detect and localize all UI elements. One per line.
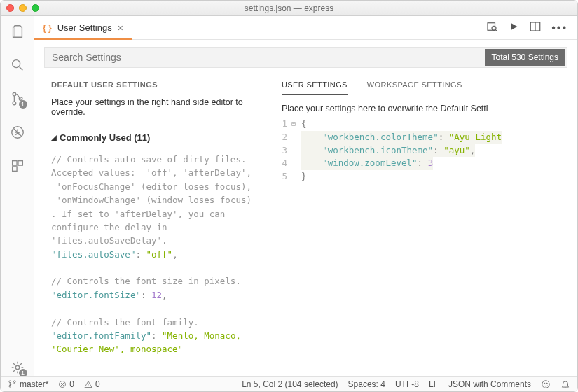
svg-point-0 [12, 60, 20, 68]
tab-label: User Settings [57, 22, 112, 33]
editor-tabs: { } User Settings × ••• [34, 16, 577, 40]
encoding[interactable]: UTF-8 [395, 379, 419, 389]
svg-point-1 [13, 92, 16, 96]
svg-point-18 [546, 383, 547, 384]
default-settings-heading: DEFAULT USER SETTINGS [51, 80, 266, 89]
search-icon[interactable] [9, 57, 26, 74]
svg-point-2 [13, 102, 16, 105]
default-settings-pane: DEFAULT USER SETTINGS Place your setting… [34, 72, 273, 376]
svg-point-8 [15, 365, 20, 370]
search-input[interactable] [45, 52, 483, 63]
scm-badge: 1 [19, 100, 27, 108]
svg-rect-5 [12, 161, 16, 165]
svg-point-12 [9, 381, 11, 383]
run-icon[interactable] [508, 21, 519, 34]
svg-rect-9 [488, 23, 495, 31]
default-settings-code: // Controls auto save of dirty files. Ac… [51, 153, 266, 356]
status-bar: master* 0 0 Ln 5, Col 2 (104 selected) S… [1, 376, 577, 391]
language-mode[interactable]: JSON with Comments [448, 379, 531, 389]
split-editor-icon[interactable] [529, 20, 542, 35]
tab-user-settings[interactable]: { } User Settings × [34, 16, 132, 39]
notifications-icon[interactable] [560, 379, 570, 389]
braces-icon: { } [43, 23, 52, 33]
default-settings-sub: Place your settings in the right hand si… [51, 97, 266, 117]
svg-rect-6 [18, 161, 22, 165]
settings-editor[interactable]: 1 2 3 4 5 ⊟ { "workbench.colorTheme": "A… [273, 118, 577, 183]
window-title: settings.json — express [1, 4, 577, 13]
problems-warnings[interactable]: 0 [84, 379, 100, 389]
svg-point-14 [13, 381, 15, 383]
user-settings-sub: Place your settings here to overwrite th… [273, 95, 577, 118]
svg-point-16 [542, 380, 550, 388]
feedback-icon[interactable] [541, 379, 551, 389]
total-settings-badge: Total 530 Settings [485, 49, 565, 66]
indentation[interactable]: Spaces: 4 [348, 379, 385, 389]
settings-search: Total 530 Settings [44, 47, 567, 68]
extensions-icon[interactable] [9, 158, 26, 174]
tab-workspace-settings-scope[interactable]: WORKSPACE SETTINGS [367, 80, 462, 95]
activity-bar: 1 1 [1, 16, 34, 376]
open-file-icon[interactable] [486, 20, 498, 35]
window-titlebar: settings.json — express [1, 1, 577, 16]
cursor-position[interactable]: Ln 5, Col 2 (104 selected) [242, 379, 338, 389]
settings-gear-icon[interactable]: 1 [9, 359, 26, 376]
source-control-icon[interactable]: 1 [9, 90, 26, 107]
svg-point-17 [544, 383, 545, 384]
close-icon[interactable]: × [118, 22, 123, 34]
eol[interactable]: LF [429, 379, 439, 389]
svg-rect-7 [12, 167, 16, 171]
user-settings-pane: USER SETTINGS WORKSPACE SETTINGS Place y… [273, 72, 577, 376]
debug-icon[interactable] [9, 124, 26, 141]
tab-user-settings-scope[interactable]: USER SETTINGS [282, 80, 348, 95]
svg-point-13 [9, 385, 11, 387]
git-branch[interactable]: master* [8, 379, 48, 389]
explorer-icon[interactable] [9, 23, 26, 40]
problems-errors[interactable]: 0 [58, 379, 74, 389]
svg-point-10 [492, 26, 496, 30]
more-actions-icon[interactable]: ••• [551, 22, 567, 34]
commonly-used-section[interactable]: ◢Commonly Used (11) [51, 132, 266, 143]
